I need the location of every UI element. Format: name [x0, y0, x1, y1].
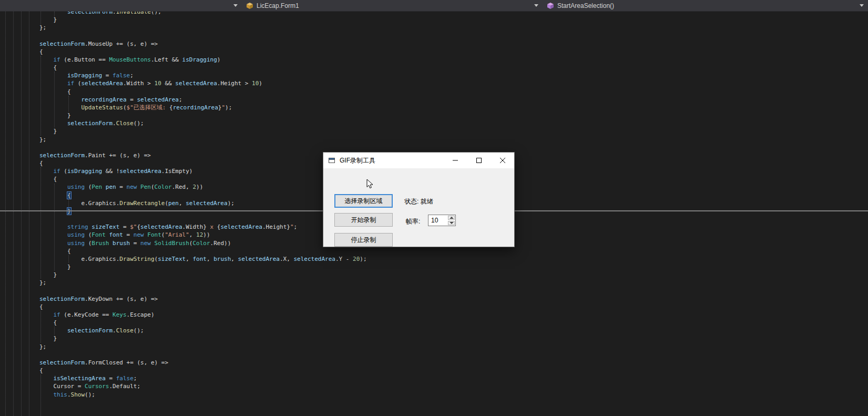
code-line: selectionForm.KeyDown += (s, e) => [12, 295, 868, 303]
app-window-icon [328, 157, 335, 164]
indent-guide [5, 12, 6, 416]
code-line: selectionForm.FormClosed += (s, e) => [12, 359, 868, 367]
stop-recording-button[interactable]: 停止录制 [334, 233, 393, 247]
code-line [12, 32, 868, 39]
code-line: UpdateStatus($"已选择区域: {recordingArea}"); [12, 104, 868, 111]
status-label: 状态: 就绪 [404, 197, 433, 206]
mouse-cursor [366, 179, 374, 191]
chevron-down-icon [233, 4, 238, 7]
code-line: } [12, 263, 868, 271]
code-line: if (e.Button == MouseButtons.Left && isD… [12, 56, 868, 64]
code-line: Cursor = Cursors.Default; [12, 382, 868, 390]
code-line [12, 351, 868, 359]
close-button[interactable] [491, 153, 514, 168]
spinner-up-button[interactable] [448, 216, 455, 220]
minimize-icon [453, 158, 458, 163]
code-line: if (selectedArea.Width > 10 && selectedA… [12, 79, 868, 87]
chevron-down-icon [534, 4, 538, 7]
fps-label: 帧率: [406, 217, 420, 226]
code-line: isDragging = false; [12, 72, 868, 79]
code-line [12, 287, 868, 295]
select-area-button[interactable]: 选择录制区域 [334, 194, 393, 208]
code-line: { [12, 367, 868, 374]
code-line: { [12, 319, 868, 327]
code-line: this.Show(); [12, 391, 868, 399]
navigation-bar: LicEcap.Form1 StartAreaSelection() [0, 0, 868, 12]
fps-spinners [447, 215, 455, 226]
code-line: { [12, 88, 868, 96]
spinner-up-icon [450, 217, 454, 219]
dialog-titlebar[interactable]: GIF录制工具 [323, 153, 514, 168]
code-line: recordingArea = selectedArea; [12, 96, 868, 104]
code-line: } [12, 111, 868, 119]
code-line: } [12, 334, 868, 342]
code-line: }; [12, 343, 868, 351]
class-icon [246, 2, 253, 9]
close-icon [500, 158, 505, 163]
code-line: selectionForm.MouseUp += (s, e) => [12, 40, 868, 48]
code-line: { [12, 303, 868, 311]
code-line: isSelectingArea = false; [12, 374, 868, 382]
code-line: e.Graphics.DrawString(sizeText, font, br… [12, 255, 868, 263]
code-line: } [12, 271, 868, 279]
code-line: } [12, 127, 868, 135]
spinner-down-button[interactable] [448, 221, 455, 225]
chevron-down-icon [860, 4, 864, 7]
code-line [12, 144, 868, 151]
code-line: selectionForm.Close(); [12, 327, 868, 334]
code-line: { [12, 64, 868, 72]
method-icon [547, 2, 554, 9]
start-recording-button[interactable]: 开始录制 [334, 213, 393, 227]
window-controls [443, 153, 514, 168]
dialog-title: GIF录制工具 [340, 156, 375, 165]
code-line: }; [12, 24, 868, 32]
member-dropdown-label: StartAreaSelection() [557, 2, 614, 9]
member-dropdown[interactable]: StartAreaSelection() [543, 0, 868, 11]
spinner-down-icon [450, 222, 454, 224]
code-line: }; [12, 279, 868, 287]
maximize-button[interactable] [467, 153, 491, 168]
code-line: { [12, 247, 868, 255]
class-dropdown-label: LicEcap.Form1 [257, 2, 299, 9]
code-line: { [12, 48, 868, 56]
dialog-body: 选择录制区域 开始录制 停止录制 状态: 就绪 帧率: 10 [323, 168, 514, 247]
gif-tool-window: GIF录制工具 选择录制区域 开始录制 停止录制 状态: 就绪 帧率: 10 [323, 152, 515, 247]
code-line: if (e.KeyCode == Keys.Escape) [12, 311, 868, 319]
maximize-icon [476, 158, 482, 163]
code-line: } [12, 16, 868, 24]
class-dropdown[interactable]: LicEcap.Form1 [242, 0, 543, 11]
code-line: selectionForm.Close(); [12, 119, 868, 127]
minimize-button[interactable] [443, 153, 467, 168]
code-line: }; [12, 136, 868, 144]
fps-value[interactable]: 10 [428, 215, 447, 226]
project-dropdown[interactable] [0, 0, 242, 11]
fps-numeric-updown[interactable]: 10 [428, 215, 456, 226]
